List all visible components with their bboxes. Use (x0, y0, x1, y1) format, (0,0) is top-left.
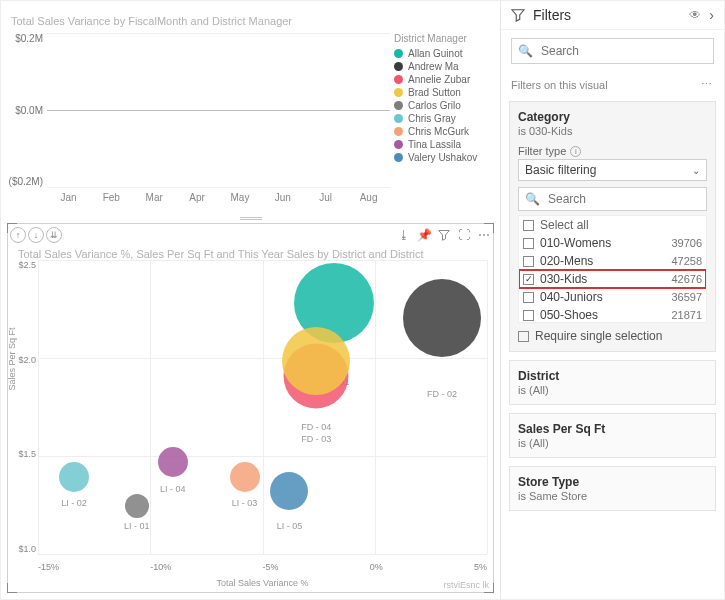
bubble-label: LI - 02 (61, 498, 87, 508)
category-search-input[interactable] (546, 191, 700, 207)
legend-item[interactable]: Andrew Ma (394, 61, 494, 72)
restore-label: rstviEsnc lk (443, 580, 489, 590)
more-options-icon[interactable]: ⋯ (477, 228, 491, 242)
filter-card-spsf[interactable]: Sales Per Sq Ft is (All) (509, 413, 716, 458)
bubble-label: LI - 05 (277, 521, 303, 531)
filters-pane-title: Filters (533, 7, 571, 23)
legend-item[interactable]: Chris McGurk (394, 126, 494, 137)
filters-search-input[interactable] (539, 43, 707, 59)
option-select-all[interactable]: Select all (519, 216, 706, 234)
scatter-chart-visual[interactable]: ↑ ↓ ⇊ ⭳ 📌 ⛶ ⋯ Total Sales Variance %, Sa… (7, 223, 494, 593)
filter-funnel-icon (511, 8, 525, 22)
visibility-icon[interactable]: 👁 (689, 8, 701, 22)
pin-icon[interactable]: 📌 (417, 228, 431, 242)
drill-down-icon[interactable]: ↓ (28, 227, 44, 243)
legend-item[interactable]: Annelie Zubar (394, 74, 494, 85)
splitter-handle[interactable] (1, 213, 500, 223)
drill-up-icon[interactable]: ↑ (10, 227, 26, 243)
bubble[interactable] (270, 472, 308, 510)
bubble[interactable] (125, 494, 149, 518)
bubble-label: LI - 04 (160, 484, 186, 494)
bubble-label: FD - 04 (301, 422, 331, 432)
legend-item[interactable]: Chris Gray (394, 113, 494, 124)
search-icon: 🔍 (518, 44, 533, 58)
expand-hierarchy-icon[interactable]: ⇊ (46, 227, 62, 243)
bar-chart-visual[interactable]: Total Sales Variance by FiscalMonth and … (1, 7, 500, 213)
option-row[interactable]: 010-Womens39706 (519, 234, 706, 252)
focus-mode-icon[interactable]: ⛶ (457, 228, 471, 242)
category-search[interactable]: 🔍 (518, 187, 707, 211)
require-single-checkbox[interactable] (518, 331, 529, 342)
option-row[interactable]: ✓030-Kids42676 (519, 270, 706, 288)
bubble-label: FD - 02 (427, 389, 457, 399)
legend-item[interactable]: Brad Sutton (394, 87, 494, 98)
section-label: Filters on this visual (511, 79, 608, 91)
bubble-label: FD - 03 (301, 434, 331, 444)
bubble[interactable] (403, 279, 481, 357)
bubble[interactable] (158, 447, 188, 477)
bubble[interactable] (282, 327, 350, 395)
legend-item[interactable]: Carlos Grilo (394, 100, 494, 111)
collapse-pane-icon[interactable]: › (709, 7, 714, 23)
scatter-chart-plot: Sales Per Sq Ft Total Sales Variance % $… (38, 260, 487, 574)
bubble[interactable] (230, 462, 260, 492)
section-more-icon[interactable]: ⋯ (701, 78, 714, 91)
scatter-chart-title: Total Sales Variance %, Sales Per Sq Ft … (18, 248, 424, 260)
legend-item[interactable]: Tina Lassila (394, 139, 494, 150)
filters-search[interactable]: 🔍 (511, 38, 714, 64)
info-icon[interactable]: i (570, 146, 581, 157)
bubble-label: LI - 03 (232, 498, 258, 508)
filter-card-store-type[interactable]: Store Type is Same Store (509, 466, 716, 511)
filter-card-district[interactable]: District is (All) (509, 360, 716, 405)
bar-chart-legend: District Manager Allan GuinotAndrew MaAn… (390, 33, 494, 213)
bar-chart-title: Total Sales Variance by FiscalMonth and … (11, 15, 494, 27)
legend-item[interactable]: Allan Guinot (394, 48, 494, 59)
bubble-label: LI - 01 (124, 521, 150, 531)
option-row[interactable]: 050-Shoes21871 (519, 306, 706, 323)
chevron-down-icon: ⌄ (692, 165, 700, 176)
filters-pane: Filters 👁 › 🔍 Filters on this visual ⋯ C… (500, 1, 724, 599)
filter-type-select[interactable]: Basic filtering ⌄ (518, 159, 707, 181)
report-canvas: Total Sales Variance by FiscalMonth and … (1, 1, 500, 599)
bar-chart-plot: $0.2M$0.0M($0.2M) JanFebMarAprMayJunJulA… (7, 33, 390, 213)
export-icon[interactable]: ⭳ (397, 228, 411, 242)
option-row[interactable]: 040-Juniors36597 (519, 288, 706, 306)
filter-icon[interactable] (437, 228, 451, 242)
option-row[interactable]: 020-Mens47258 (519, 252, 706, 270)
legend-item[interactable]: Valery Ushakov (394, 152, 494, 163)
filter-card-category[interactable]: Category is 030-Kids Filter type i Basic… (509, 101, 716, 352)
bubble[interactable] (59, 462, 89, 492)
search-icon: 🔍 (525, 192, 540, 206)
